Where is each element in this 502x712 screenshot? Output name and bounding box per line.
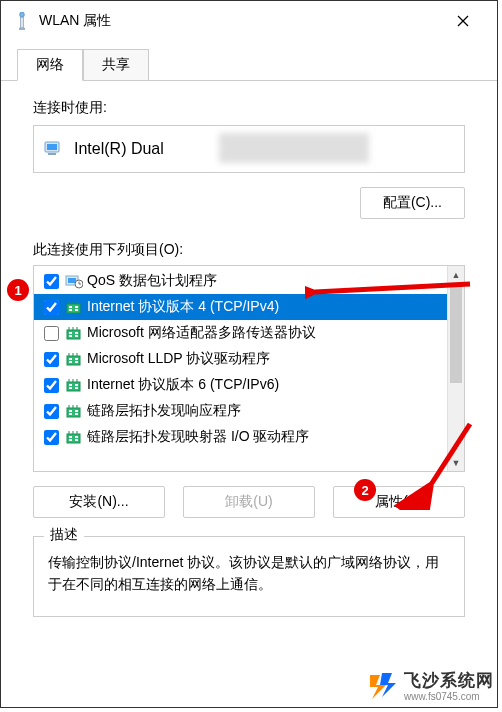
svg-rect-39: [69, 387, 72, 389]
protocol-icon: [65, 376, 83, 394]
list-item[interactable]: Microsoft 网络适配器多路传送器协议: [34, 320, 464, 346]
tab-strip: 网络 共享: [1, 45, 497, 81]
svg-rect-17: [75, 309, 78, 311]
svg-rect-14: [69, 306, 72, 308]
svg-rect-57: [75, 439, 78, 441]
svg-rect-32: [75, 358, 78, 360]
annotation-arrow-1: [305, 280, 475, 314]
svg-rect-24: [75, 332, 78, 334]
svg-rect-38: [69, 384, 72, 386]
watermark-logo-icon: [366, 671, 396, 701]
watermark-url: www.fs0745.com: [404, 691, 494, 703]
protocol-icon: [65, 402, 83, 420]
svg-rect-25: [75, 335, 78, 337]
svg-rect-21: [67, 330, 80, 339]
svg-rect-31: [69, 361, 72, 363]
svg-rect-16: [75, 306, 78, 308]
svg-rect-6: [47, 144, 57, 150]
adapter-box[interactable]: Intel(R) Dual: [33, 125, 465, 173]
svg-rect-46: [69, 410, 72, 412]
svg-rect-49: [75, 413, 78, 415]
svg-rect-15: [69, 309, 72, 311]
close-button[interactable]: [441, 3, 485, 39]
svg-rect-56: [75, 436, 78, 438]
list-item[interactable]: Microsoft LLDP 协议驱动程序: [34, 346, 464, 372]
uninstall-button: 卸载(U): [183, 486, 315, 518]
tab-network[interactable]: 网络: [17, 49, 83, 81]
svg-rect-47: [69, 413, 72, 415]
svg-rect-1: [21, 17, 24, 28]
install-button[interactable]: 安装(N)...: [33, 486, 165, 518]
redacted-text: [219, 133, 369, 163]
item-checkbox[interactable]: [44, 430, 59, 445]
svg-rect-55: [69, 439, 72, 441]
item-label: QoS 数据包计划程序: [87, 272, 217, 290]
svg-line-62: [432, 424, 470, 483]
adapter-icon: [44, 139, 64, 159]
svg-rect-9: [68, 278, 76, 283]
svg-rect-30: [69, 358, 72, 360]
protocol-icon: [65, 428, 83, 446]
svg-rect-0: [20, 12, 25, 17]
item-label: 链路层拓扑发现响应程序: [87, 402, 241, 420]
svg-rect-45: [67, 408, 80, 417]
svg-rect-22: [69, 332, 72, 334]
scheduler-icon: [65, 272, 83, 290]
item-label: Internet 协议版本 4 (TCP/IPv4): [87, 298, 279, 316]
svg-rect-7: [48, 153, 56, 155]
item-label: Internet 协议版本 6 (TCP/IPv6): [87, 376, 279, 394]
titlebar: WLAN 属性: [1, 1, 497, 41]
item-checkbox[interactable]: [44, 274, 59, 289]
svg-rect-2: [19, 27, 25, 29]
window-title: WLAN 属性: [39, 12, 441, 30]
items-label: 此连接使用下列项目(O):: [33, 241, 465, 259]
annotation-arrow-2: [380, 420, 480, 510]
description-text: 传输控制协议/Internet 协议。该协议是默认的广域网络协议，用于在不同的相…: [48, 551, 450, 596]
svg-rect-23: [69, 335, 72, 337]
svg-line-61: [315, 284, 470, 292]
tab-content: 连接时使用: Intel(R) Dual 配置(C)... 此连接使用下列项目(…: [1, 81, 497, 627]
list-item[interactable]: Internet 协议版本 6 (TCP/IPv6): [34, 372, 464, 398]
svg-rect-53: [67, 434, 80, 443]
protocol-icon: [65, 350, 83, 368]
protocol-icon: [65, 298, 83, 316]
description-group: 描述 传输控制协议/Internet 协议。该协议是默认的广域网络协议，用于在不…: [33, 536, 465, 617]
connect-using-label: 连接时使用:: [33, 99, 465, 117]
configure-button[interactable]: 配置(C)...: [360, 187, 465, 219]
description-legend: 描述: [44, 526, 84, 544]
svg-rect-48: [75, 410, 78, 412]
adapter-name: Intel(R) Dual: [74, 140, 164, 158]
item-checkbox[interactable]: [44, 352, 59, 367]
tab-share[interactable]: 共享: [83, 49, 149, 80]
svg-rect-54: [69, 436, 72, 438]
properties-dialog: WLAN 属性 网络 共享 连接时使用: Intel(R) Dual 配置(C)…: [0, 0, 498, 708]
svg-rect-41: [75, 387, 78, 389]
item-checkbox[interactable]: [44, 404, 59, 419]
item-label: Microsoft 网络适配器多路传送器协议: [87, 324, 316, 342]
svg-rect-13: [67, 304, 80, 313]
svg-rect-33: [75, 361, 78, 363]
svg-rect-40: [75, 384, 78, 386]
item-checkbox[interactable]: [44, 300, 59, 315]
item-checkbox[interactable]: [44, 378, 59, 393]
watermark-name: 飞沙系统网: [404, 671, 494, 691]
item-checkbox[interactable]: [44, 326, 59, 341]
watermark: 飞沙系统网 www.fs0745.com: [366, 671, 494, 702]
item-label: 链路层拓扑发现映射器 I/O 驱动程序: [87, 428, 309, 446]
item-label: Microsoft LLDP 协议驱动程序: [87, 350, 270, 368]
svg-rect-37: [67, 382, 80, 391]
protocol-icon: [65, 324, 83, 342]
wlan-icon: [13, 12, 31, 30]
svg-rect-29: [67, 356, 80, 365]
